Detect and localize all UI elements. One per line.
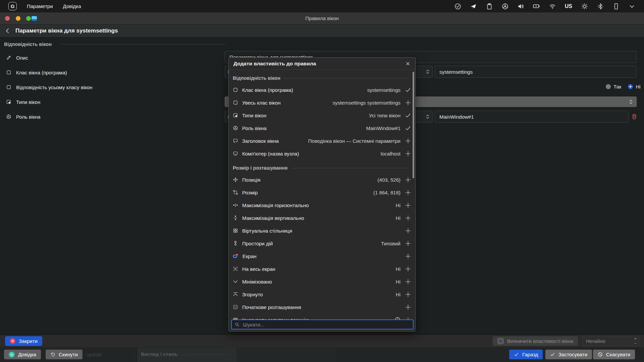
add-property-icon[interactable] [405, 100, 411, 106]
add-property-icon[interactable] [405, 138, 411, 144]
add-property-icon[interactable] [405, 228, 411, 234]
detect-window-properties-button[interactable]: Визначити властивості вікна [493, 336, 578, 346]
property-label: Екран [243, 253, 257, 259]
add-property-icon[interactable] [405, 177, 411, 183]
property-row[interactable]: Максимізація горизонтальноНі [233, 199, 411, 212]
chevron-updown-icon [426, 114, 430, 119]
tray-kde-wheel[interactable] [502, 3, 508, 10]
added-check-icon[interactable] [405, 125, 411, 131]
add-property-icon[interactable] [405, 189, 411, 196]
menu-settings[interactable]: Параметри [27, 3, 53, 9]
property-row[interactable]: На весь екранНі [233, 262, 411, 275]
ok-button[interactable]: Гаразд [509, 350, 543, 359]
window-class-icon [6, 84, 11, 90]
spin-up-icon[interactable]: + [634, 337, 637, 341]
tray-bluetooth[interactable] [597, 3, 604, 10]
criteria-label: Роль вікна [16, 114, 41, 120]
property-row[interactable]: Розмір(1 864, 818) [233, 186, 411, 199]
criteria-item[interactable]: Відповідність усьому класу вікон [4, 80, 219, 95]
maximize-window-icon[interactable] [26, 16, 31, 21]
window-role-field[interactable]: MainWindow#1 [435, 111, 629, 123]
property-row[interactable]: Віртуальна стільниця [233, 224, 411, 237]
page-header: Параметри вікна для systemsettings [0, 24, 644, 38]
back-button[interactable] [4, 27, 11, 34]
tray-phone[interactable] [613, 3, 620, 10]
tray-volume[interactable] [518, 3, 524, 10]
add-property-icon[interactable] [405, 304, 411, 310]
property-row[interactable]: Заголовок вікнаПоведінка вікон — Системн… [233, 134, 411, 147]
slash-circle-icon [598, 352, 603, 357]
apply-button[interactable]: Застосувати [545, 350, 592, 359]
property-label: Розмір [242, 190, 258, 195]
property-row[interactable]: МінімізованоНі [233, 275, 411, 288]
add-property-icon[interactable] [405, 215, 411, 221]
property-row[interactable]: Екран [233, 250, 411, 262]
edit-icon [6, 55, 11, 60]
criteria-item[interactable]: Типи вікон [4, 95, 219, 109]
property-label: Увесь клас вікон [242, 100, 280, 106]
search-input[interactable] [242, 321, 410, 328]
property-row[interactable]: ЗгорнутоНі [233, 288, 411, 301]
add-property-icon[interactable] [405, 253, 411, 259]
add-property-icon[interactable] [405, 279, 411, 285]
tray-telegram[interactable] [470, 3, 477, 10]
add-property-icon[interactable] [405, 150, 411, 157]
dialog-property-list: Відповідність віконКлас вікна (програма)… [229, 70, 415, 320]
spinner-buttons[interactable]: + − [634, 336, 637, 346]
add-property-icon[interactable] [405, 291, 411, 298]
tray-clipboard[interactable] [486, 3, 493, 10]
radio-no[interactable] [628, 84, 633, 89]
spin-down-icon[interactable]: − [634, 341, 637, 346]
tray-clock-check[interactable] [454, 3, 461, 10]
property-row[interactable]: Ігнорувати запитану позицію [233, 313, 411, 320]
tray-chevron-down[interactable] [629, 3, 635, 10]
dialog-scrollbar[interactable] [413, 72, 414, 178]
criteria-item[interactable]: Роль вікна [4, 109, 219, 124]
delete-row-button[interactable] [631, 114, 637, 120]
property-row[interactable]: Роль вікнаMainWindow#1 [233, 122, 411, 134]
property-value: systemsettings [297, 87, 400, 93]
tray-brightness[interactable] [581, 3, 588, 10]
criteria-item[interactable]: Клас вікна (програма) [4, 65, 219, 80]
menu-help[interactable]: Довідка [63, 3, 81, 9]
close-window-icon[interactable] [5, 16, 10, 21]
window-types-icon [6, 99, 11, 105]
match-section-title: Відповідність вікон [4, 42, 52, 47]
add-property-icon[interactable] [405, 202, 411, 208]
property-row[interactable]: Максимізація вертикальноНі [233, 212, 411, 224]
added-check-icon[interactable] [405, 112, 411, 119]
criteria-item[interactable]: Опис [4, 50, 219, 65]
window-class-field[interactable]: systemsettings [435, 66, 637, 78]
dialog-close-button[interactable] [405, 61, 411, 66]
cancel-button[interactable]: Скасувати [593, 350, 635, 359]
property-row[interactable]: Клас вікна (програма)systemsettings [233, 83, 411, 96]
tray-battery[interactable] [533, 3, 540, 10]
add-property-icon[interactable] [405, 240, 411, 247]
close-rule-button[interactable]: Закрити [5, 336, 42, 346]
criteria-label: Клас вікна (програма) [16, 70, 67, 75]
tray-wifi[interactable] [549, 3, 556, 10]
property-row[interactable]: Простори дійТиповий [233, 237, 411, 250]
detect-delay-spinner[interactable]: Негайно + − [582, 336, 639, 346]
app-logo-icon[interactable]: G [8, 2, 17, 10]
help-buoy-icon [9, 352, 15, 358]
trash-icon [631, 114, 637, 120]
property-value: systemsettings systemsettings [284, 100, 400, 106]
property-row[interactable]: Позиція(403, 526) [233, 173, 411, 186]
minimized-icon [233, 279, 238, 284]
property-row[interactable]: Увесь клас віконsystemsettings systemset… [233, 96, 411, 109]
reset-label: Скинути [59, 352, 78, 357]
property-row[interactable]: Комп'ютер (назва вузла)localhost [233, 147, 411, 160]
radio-yes[interactable] [606, 84, 611, 89]
added-check-icon[interactable] [405, 87, 411, 93]
property-row[interactable]: Типи віконУсі типи вікон [233, 109, 411, 122]
keyboard-layout-indicator[interactable]: US [565, 3, 572, 9]
help-button[interactable]: Довідка [4, 350, 41, 359]
minimize-window-icon[interactable] [16, 16, 20, 21]
add-property-icon[interactable] [405, 266, 411, 272]
clipboard-icon [486, 3, 493, 10]
reset-button[interactable]: Скинути [46, 350, 83, 359]
property-row[interactable]: Початкове розташування [233, 301, 411, 313]
update-text: update [87, 352, 102, 357]
check-icon [550, 352, 555, 357]
